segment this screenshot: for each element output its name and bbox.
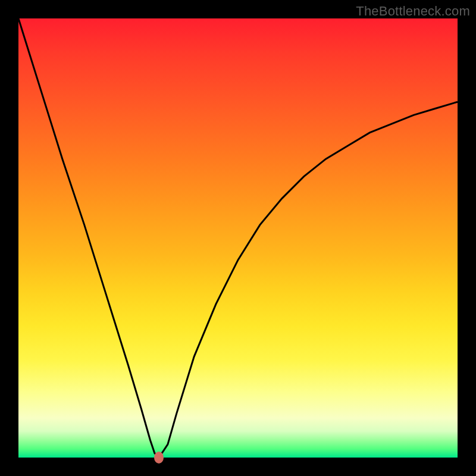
plot-area xyxy=(18,18,458,458)
watermark-text: TheBottleneck.com xyxy=(356,4,470,19)
chart-frame: TheBottleneck.com xyxy=(0,0,476,476)
curve-path xyxy=(18,18,458,458)
bottleneck-curve xyxy=(18,18,458,458)
minimum-marker xyxy=(154,452,164,464)
